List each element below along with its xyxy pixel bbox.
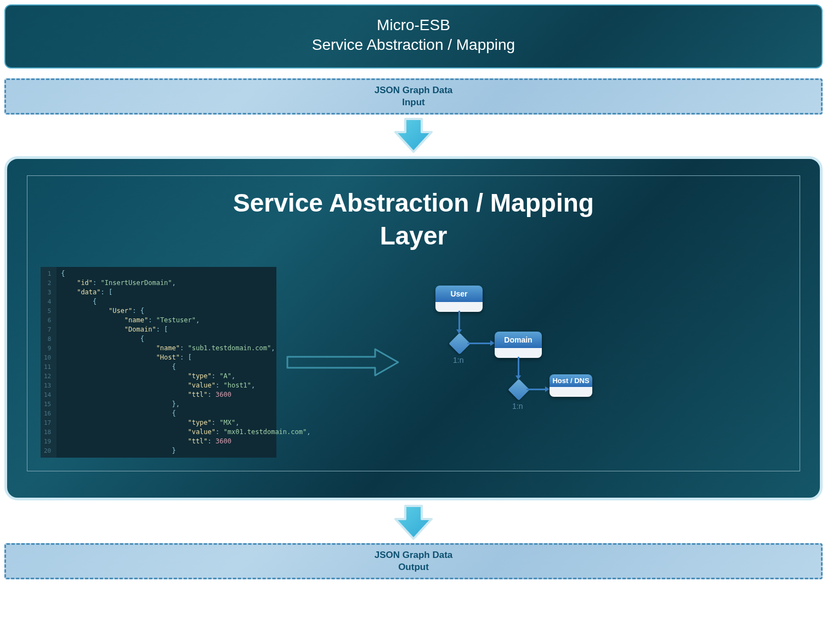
connector xyxy=(467,343,491,344)
content-row: 1234567891011121314151617181920 { "id": … xyxy=(41,267,786,458)
input-box: JSON Graph Data Input xyxy=(4,78,823,115)
entity-host-label: Host / DNS xyxy=(550,374,592,387)
arrow-right xyxy=(282,346,403,379)
entity-domain-label: Domain xyxy=(495,332,542,348)
main-panel: Service Abstraction / Mapping Layer 1234… xyxy=(4,156,823,500)
entity-user: User xyxy=(435,286,483,312)
arrowhead-icon xyxy=(545,386,550,392)
input-box-line1: JSON Graph Data xyxy=(6,84,821,96)
header-title-1: Micro-ESB xyxy=(5,15,822,35)
entity-user-label: User xyxy=(435,286,483,302)
diamond-2-label: 1:n xyxy=(512,402,523,411)
main-title: Service Abstraction / Mapping Layer xyxy=(41,187,786,253)
arrow-down-2 xyxy=(4,501,823,543)
entity-host: Host / DNS xyxy=(550,374,592,397)
input-box-line2: Input xyxy=(6,96,821,109)
code-body: { "id": "InsertUserDomain", "data": [ { … xyxy=(56,267,315,458)
arrowhead-icon xyxy=(490,340,495,346)
header-panel: Micro-ESB Service Abstraction / Mapping xyxy=(4,4,823,69)
entity-diagram: User 1:n Domain xyxy=(408,286,594,439)
connector xyxy=(518,357,519,377)
arrow-down-icon xyxy=(392,503,435,542)
connector xyxy=(526,389,546,390)
arrow-right-icon xyxy=(282,346,403,379)
connector xyxy=(458,311,460,330)
main-inner: Service Abstraction / Mapping Layer 1234… xyxy=(27,175,800,471)
output-box-line2: Output xyxy=(6,561,821,573)
arrow-down-icon xyxy=(392,116,435,155)
header-title-2: Service Abstraction / Mapping xyxy=(5,35,822,55)
arrow-down-1 xyxy=(4,115,823,156)
output-box: JSON Graph Data Output xyxy=(4,543,823,579)
main-title-line2: Layer xyxy=(41,220,786,253)
code-gutter: 1234567891011121314151617181920 xyxy=(41,267,56,458)
main-title-line1: Service Abstraction / Mapping xyxy=(41,187,786,220)
entity-domain: Domain xyxy=(495,332,542,358)
code-block: 1234567891011121314151617181920 { "id": … xyxy=(41,267,276,458)
output-box-line1: JSON Graph Data xyxy=(6,549,821,561)
diamond-1-label: 1:n xyxy=(453,356,463,364)
